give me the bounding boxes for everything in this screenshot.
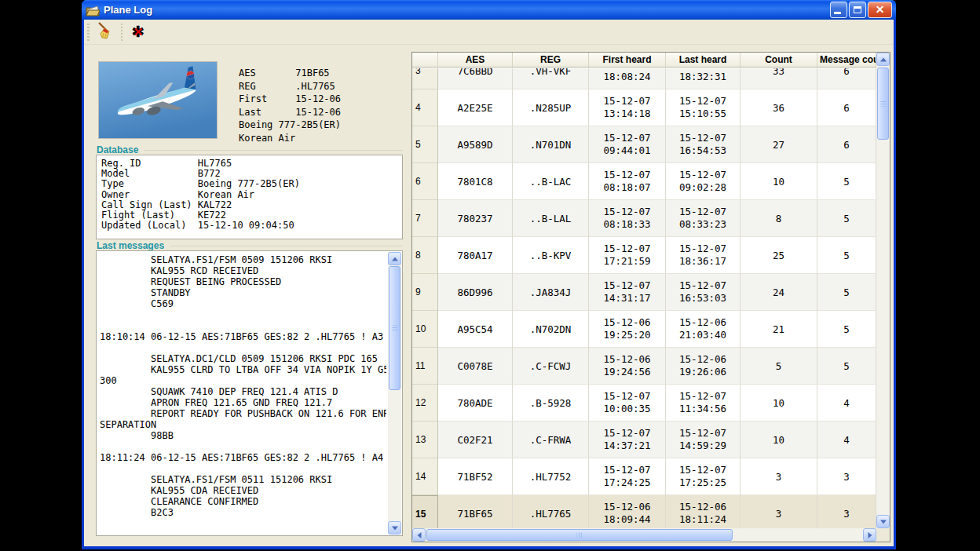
arrow-right-icon: [868, 532, 872, 538]
window-controls: ✕: [830, 2, 892, 18]
table-hscroll-thumb[interactable]: [426, 529, 733, 541]
plane-table: AES REG First heard Last heard Count Mes…: [411, 52, 890, 542]
header-reg[interactable]: REG: [513, 53, 589, 67]
row-number-cell[interactable]: 3: [412, 68, 438, 89]
table-row[interactable]: 11 C0078E .C-FCWJ 15-12-06 19:24:56 15-1…: [412, 348, 876, 385]
row-number-cell[interactable]: 6: [412, 163, 438, 200]
arrow-left-icon: [417, 532, 421, 538]
table-vscroll-thumb[interactable]: [877, 68, 889, 140]
messages-scrollbar[interactable]: [388, 252, 401, 535]
titlebar[interactable]: Plane Log ✕: [82, 0, 896, 20]
table-row[interactable]: 12 780ADE .B-5928 15-12-07 10:00:35 15-1…: [412, 385, 876, 421]
red-asterisk-icon: ✱ ✕: [130, 24, 146, 40]
maximize-icon: [854, 6, 861, 13]
minimize-icon: [834, 12, 841, 14]
header-message-count[interactable]: Message count: [817, 53, 876, 67]
table-row[interactable]: 14 71BF52 .HL7752 15-12-07 17:24:25 15-1…: [412, 458, 876, 495]
row-number-cell[interactable]: 14: [412, 458, 438, 495]
table-scroll-down-button[interactable]: [876, 515, 890, 528]
close-button[interactable]: ✕: [868, 2, 892, 18]
table-scroll-left-button[interactable]: [412, 528, 426, 542]
messages-group-label: Last messages: [97, 240, 164, 251]
row-number-cell[interactable]: 11: [412, 348, 438, 385]
table-header[interactable]: AES REG First heard Last heard Count Mes…: [412, 53, 876, 68]
header-count[interactable]: Count: [740, 53, 817, 67]
header-last-heard[interactable]: Last heard: [666, 53, 740, 67]
toolbar-gripper[interactable]: [87, 24, 90, 41]
messages-scroll-down-button[interactable]: [388, 521, 401, 535]
table-scroll-right-button[interactable]: [863, 528, 876, 542]
row-number-cell[interactable]: 15: [412, 495, 438, 529]
table-scroll-up-button[interactable]: [876, 53, 890, 66]
clear-log-button[interactable]: [94, 21, 116, 43]
plane-summary: AES 71BF65 REG .HL7765 First 15-12-06 La…: [239, 67, 341, 144]
table-row[interactable]: 4 A2E25E .N285UP 15-12-07 13:14:18 15-12…: [412, 89, 876, 126]
database-row: OwnerKorean Air: [101, 190, 397, 200]
messages-group-line: [170, 246, 403, 246]
minimize-button[interactable]: [830, 2, 847, 18]
table-row[interactable]: 7 780237 ..B-LAL 15-12-07 08:18:33 15-12…: [412, 200, 876, 237]
table-row[interactable]: 6 7801C8 ..B-LAC 15-12-07 08:18:07 15-12…: [412, 163, 876, 200]
table-row[interactable]: 8 780A17 ..B-KPV 15-12-07 17:21:59 15-12…: [412, 237, 876, 274]
arrow-down-icon: [392, 526, 398, 530]
table-rows: 3 7C6BBD .VH-VKF 15-12-06 18:08:24 15-12…: [412, 68, 876, 529]
database-group-label: Database: [97, 144, 138, 155]
plane-log-window: Plane Log ✕: [82, 0, 896, 549]
maximize-button[interactable]: [849, 2, 866, 18]
header-aes[interactable]: AES: [438, 53, 513, 67]
delete-entry-button[interactable]: ✱ ✕: [127, 21, 149, 43]
row-number-cell[interactable]: 5: [412, 126, 438, 163]
table-row[interactable]: 9 86D996 .JA834J 15-12-07 14:31:17 15-12…: [412, 274, 876, 311]
client-area: AES 71BF65 REG .HL7765 First 15-12-06 La…: [84, 45, 894, 546]
messages-scroll-up-button[interactable]: [388, 252, 401, 265]
scrollbar-corner: [876, 528, 890, 542]
row-number-cell[interactable]: 9: [412, 274, 438, 311]
arrow-up-icon: [392, 257, 398, 261]
database-box: Reg. IDHL7765 ModelB772 TypeBoeing 777-2…: [96, 155, 403, 239]
broom-icon: [96, 21, 115, 42]
row-number-cell[interactable]: 10: [412, 311, 438, 348]
close-icon: ✕: [868, 2, 891, 17]
table-hscrollbar[interactable]: [412, 528, 876, 542]
row-number-cell[interactable]: 8: [412, 237, 438, 274]
row-number-cell[interactable]: 4: [412, 89, 438, 126]
plane-photo: [98, 61, 218, 139]
arrow-down-icon: [880, 520, 887, 524]
row-number-cell[interactable]: 13: [412, 421, 438, 458]
table-vscrollbar[interactable]: [876, 53, 890, 528]
row-number-cell[interactable]: 12: [412, 385, 438, 421]
messages-scroll-thumb[interactable]: [389, 266, 400, 390]
toolbar-separator: [121, 24, 122, 41]
header-first-heard[interactable]: First heard: [589, 53, 666, 67]
arrow-up-icon: [880, 57, 887, 61]
row-number-cell[interactable]: 7: [412, 200, 438, 237]
table-row[interactable]: 15 71BF65 .HL7765 15-12-06 18:09:44 15-1…: [412, 495, 876, 529]
database-row: Updated (Local)15-12-10 09:04:50: [101, 221, 397, 231]
screen: Plane Log ✕: [0, 0, 980, 551]
database-row: Reg. IDHL7765: [101, 159, 397, 169]
header-rownum[interactable]: [412, 53, 438, 67]
table-row[interactable]: 5 A9589D .N701DN 15-12-07 09:44:01 15-12…: [412, 126, 876, 163]
table-row[interactable]: 10 A95C54 .N702DN 15-12-06 19:25:20 15-1…: [412, 311, 876, 348]
messages-box[interactable]: SELATYA.FS1/FSM 0509 151206 RKSI KAL955 …: [96, 250, 403, 536]
table-row[interactable]: 3 7C6BBD .VH-VKF 15-12-06 18:08:24 15-12…: [412, 68, 876, 89]
toolbar: ✱ ✕: [84, 20, 894, 45]
app-icon: [86, 4, 100, 16]
messages-text: SELATYA.FS1/FSM 0509 151206 RKSI KAL955 …: [100, 251, 386, 518]
table-row[interactable]: 13 C02F21 .C-FRWA 15-12-07 14:37:21 15-1…: [412, 421, 876, 458]
window-title: Plane Log: [104, 4, 152, 16]
database-group-line: [144, 150, 403, 151]
